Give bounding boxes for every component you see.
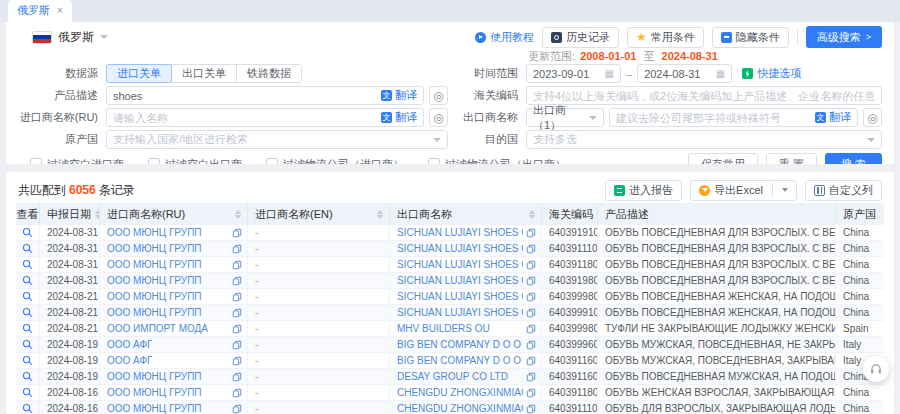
copy-icon[interactable] — [232, 292, 242, 302]
chevron-down-icon[interactable] — [782, 188, 788, 192]
col-declare-date[interactable]: 申报日期 — [40, 203, 100, 225]
copy-icon[interactable] — [232, 228, 242, 238]
exporter-link[interactable]: SICHUAN LUJIAYI SHOES CO LTD — [397, 307, 523, 318]
view-cell[interactable] — [16, 305, 40, 320]
checkbox-icon[interactable] — [148, 158, 160, 164]
importer-ru-link[interactable]: ООО МЮНЦ ГРУПП — [107, 291, 202, 302]
checkbox-icon[interactable] — [266, 158, 278, 164]
copy-icon[interactable] — [232, 404, 242, 414]
copy-icon[interactable] — [232, 356, 242, 366]
importer-ru-link[interactable]: ООО МЮНЦ ГРУПП — [107, 243, 202, 254]
checkbox-filter-logistics-importer[interactable]: 过滤物流公司（进口商） — [266, 157, 404, 165]
tutorial-link[interactable]: 使用教程 — [475, 30, 534, 45]
importer-ru-link[interactable]: ООО МЮНЦ ГРУПП — [107, 403, 202, 414]
hide-filters-button[interactable]: 隐藏条件 — [712, 27, 789, 48]
view-cell[interactable] — [16, 385, 40, 400]
close-icon[interactable]: × — [57, 6, 63, 16]
copy-icon[interactable] — [232, 372, 242, 382]
copy-icon[interactable] — [232, 276, 242, 286]
match-mode-button[interactable]: ◎ — [429, 86, 448, 105]
view-cell[interactable] — [16, 321, 40, 336]
importer-ru-link[interactable]: ООО МЮНЦ ГРУПП — [107, 387, 202, 398]
product-desc-input[interactable] — [113, 90, 377, 102]
date-to-input[interactable] — [644, 68, 712, 80]
destination-select[interactable]: 支持多选 — [526, 130, 882, 149]
exporter-link[interactable]: CHENGDU ZHONGXINMIAO TRADING C — [397, 387, 523, 398]
importer-ru-link[interactable]: ООО МЮНЦ ГРУПП — [107, 227, 202, 238]
exporter-link[interactable]: BIG BEN COMPANY D O O FROM BEST T — [397, 355, 523, 366]
match-mode-button[interactable]: ◎ — [863, 108, 882, 127]
translate-button[interactable]: 文 翻译 — [381, 110, 417, 125]
importer-ru-link[interactable]: ООО МЮНЦ ГРУПП — [107, 275, 202, 286]
tab-railway-data[interactable]: 铁路数据 — [236, 64, 302, 83]
history-button[interactable]: 历史记录 — [542, 27, 619, 48]
translate-button[interactable]: 文 翻译 — [381, 88, 417, 103]
tab-russia[interactable]: 俄罗斯 × — [8, 0, 72, 22]
view-cell[interactable] — [16, 353, 40, 368]
date-from-input[interactable] — [533, 68, 601, 80]
view-cell[interactable] — [16, 241, 40, 256]
importer-ru-link[interactable]: ООО АФГ — [107, 355, 152, 366]
date-from-field[interactable]: ▦ — [526, 64, 621, 83]
checkbox-icon[interactable] — [428, 158, 440, 164]
view-cell[interactable] — [16, 225, 40, 240]
exporter-link[interactable]: SICHUAN LUJIAYI SHOES CO LTD — [397, 227, 523, 238]
importer-ru-link[interactable]: ООО АФГ — [107, 339, 152, 350]
advanced-search-button[interactable]: 高级搜索 > — [806, 26, 882, 48]
checkbox-icon[interactable] — [30, 158, 42, 164]
favorites-button[interactable]: ★ 常用条件 — [627, 27, 704, 48]
exporter-input[interactable] — [616, 112, 811, 124]
quick-options-link[interactable]: 快捷选项 — [742, 66, 801, 81]
match-mode-button[interactable]: ◎ — [429, 108, 448, 127]
tab-export-customs[interactable]: 出口关单 — [171, 64, 237, 83]
exporter-link[interactable]: DESAY GROUP CO LTD — [397, 371, 508, 382]
customer-service-button[interactable] — [863, 356, 889, 382]
copy-icon[interactable] — [526, 340, 536, 350]
date-to-field[interactable]: ▦ — [637, 64, 732, 83]
col-importer-en[interactable]: 进口商名称(EN) — [248, 203, 390, 225]
copy-icon[interactable] — [232, 388, 242, 398]
copy-icon[interactable] — [526, 404, 536, 414]
copy-icon[interactable] — [526, 372, 536, 382]
copy-icon[interactable] — [232, 308, 242, 318]
view-cell[interactable] — [16, 401, 40, 414]
hs-code-input[interactable] — [533, 90, 875, 102]
view-cell[interactable] — [16, 257, 40, 272]
exporter-type-select[interactable]: 出口商（1） — [526, 108, 604, 127]
checkbox-filter-blank-importer[interactable]: 过滤空白进口商 — [30, 157, 124, 165]
importer-ru-link[interactable]: ООО МЮНЦ ГРУПП — [107, 307, 202, 318]
reset-button[interactable]: 重 置 — [766, 153, 817, 164]
copy-icon[interactable] — [526, 244, 536, 254]
copy-icon[interactable] — [526, 260, 536, 270]
checkbox-filter-logistics-exporter[interactable]: 过滤物流公司（出口商） — [428, 157, 566, 165]
custom-columns-button[interactable]: 自定义列 — [805, 180, 882, 201]
view-cell[interactable] — [16, 337, 40, 352]
copy-icon[interactable] — [526, 356, 536, 366]
checkbox-filter-blank-exporter[interactable]: 过滤空白出口商 — [148, 157, 242, 165]
importer-ru-link[interactable]: ООО МЮНЦ ГРУПП — [107, 259, 202, 270]
tab-import-customs[interactable]: 进口关单 — [106, 64, 172, 83]
view-cell[interactable] — [16, 369, 40, 384]
save-common-button[interactable]: 保存常用 — [688, 153, 758, 164]
col-exporter[interactable]: 出口商名称 — [390, 203, 542, 225]
col-importer-ru[interactable]: 进口商名称(RU) — [100, 203, 248, 225]
chevron-down-icon[interactable] — [100, 35, 108, 39]
exporter-link[interactable]: SICHUAN LUJIAYI SHOES CO LTD — [397, 243, 523, 254]
copy-icon[interactable] — [526, 228, 536, 238]
copy-icon[interactable] — [526, 308, 536, 318]
view-cell[interactable] — [16, 289, 40, 304]
copy-icon[interactable] — [232, 260, 242, 270]
copy-icon[interactable] — [526, 324, 536, 334]
importer-ru-link[interactable]: ООО МЮНЦ ГРУПП — [107, 371, 202, 382]
search-button[interactable]: 搜 索 — [825, 153, 882, 164]
copy-icon[interactable] — [526, 276, 536, 286]
view-cell[interactable] — [16, 273, 40, 288]
origin-country-select[interactable]: 支持输入国家/地区进行检索 — [106, 130, 448, 149]
translate-button[interactable]: 文 翻译 — [815, 110, 851, 125]
exporter-link[interactable]: MHV BUILDERS OU — [397, 323, 490, 334]
copy-icon[interactable] — [526, 388, 536, 398]
copy-icon[interactable] — [232, 324, 242, 334]
exporter-link[interactable]: CHENGDU ZHONGXINMIAO TRADING C — [397, 403, 523, 414]
exporter-link[interactable]: SICHUAN LUJIAYI SHOES CO LTD — [397, 291, 523, 302]
exporter-link[interactable]: SICHUAN LUJIAYI SHOES CO LTD — [397, 259, 523, 270]
